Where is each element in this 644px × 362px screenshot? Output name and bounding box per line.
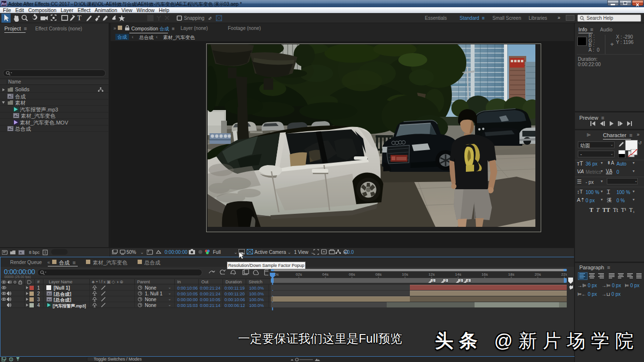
svg-text:16s: 16s — [482, 272, 488, 277]
svg-text:18s: 18s — [508, 272, 515, 277]
svg-text:12s: 12s — [429, 272, 435, 277]
svg-text:T: T — [77, 14, 82, 22]
svg-text:04s: 04s — [322, 272, 329, 277]
svg-text:08s: 08s — [376, 272, 382, 277]
svg-text:14s: 14s — [455, 272, 462, 277]
svg-text:06s: 06s — [349, 272, 355, 277]
svg-text:10s: 10s — [402, 272, 408, 277]
svg-text:22s: 22s — [561, 272, 567, 277]
svg-text:20s: 20s — [535, 272, 541, 277]
svg-text:02s: 02s — [296, 272, 302, 277]
svg-text:Snapping: Snapping — [184, 15, 204, 21]
